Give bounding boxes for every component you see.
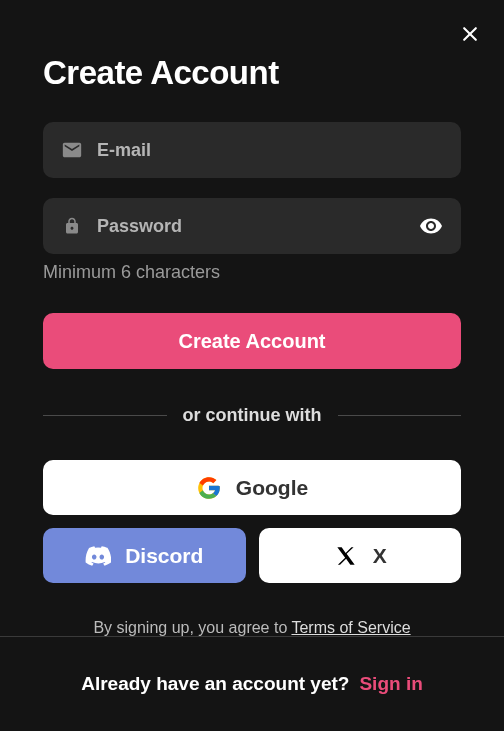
divider: or continue with	[43, 405, 461, 426]
email-field-wrapper[interactable]	[43, 122, 461, 178]
password-helper: Minimum 6 characters	[43, 262, 461, 283]
google-signin-button[interactable]: Google	[43, 460, 461, 515]
close-icon	[460, 24, 480, 44]
terms-text: By signing up, you agree to Terms of Ser…	[43, 619, 461, 637]
email-icon	[61, 139, 83, 161]
x-signin-button[interactable]: X	[259, 528, 462, 583]
terms-link[interactable]: Terms of Service	[291, 619, 410, 636]
footer-text: Already have an account yet?	[81, 673, 349, 695]
google-button-label: Google	[236, 476, 308, 500]
toggle-password-visibility[interactable]	[419, 214, 443, 238]
discord-icon	[85, 543, 111, 569]
x-icon	[333, 543, 359, 569]
password-field-wrapper[interactable]	[43, 198, 461, 254]
divider-text: or continue with	[183, 405, 322, 426]
password-field[interactable]	[97, 216, 419, 237]
page-title: Create Account	[43, 54, 461, 92]
eye-icon	[419, 214, 443, 238]
footer: Already have an account yet? Sign in	[0, 637, 504, 731]
divider-line	[338, 415, 462, 416]
email-field[interactable]	[97, 140, 443, 161]
terms-prefix: By signing up, you agree to	[93, 619, 291, 636]
divider-line	[43, 415, 167, 416]
google-icon	[196, 475, 222, 501]
close-button[interactable]	[458, 22, 482, 46]
create-account-button[interactable]: Create Account	[43, 313, 461, 369]
discord-button-label: Discord	[125, 544, 203, 568]
x-button-label: X	[373, 544, 387, 568]
lock-icon	[61, 215, 83, 237]
signin-link[interactable]: Sign in	[359, 673, 422, 695]
discord-signin-button[interactable]: Discord	[43, 528, 246, 583]
